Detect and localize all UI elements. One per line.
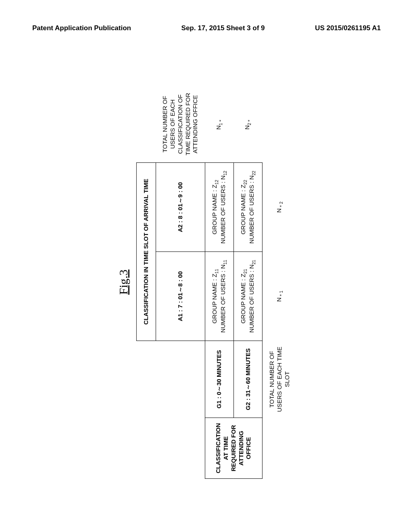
header-center: Sep. 17, 2015 Sheet 3 of 9 xyxy=(131,24,315,32)
row2-total: N2＊ xyxy=(234,86,262,163)
col1-total: N＊1 xyxy=(262,252,296,341)
cell-22: GROUP NAME : Z22 NUMBER OF USERS : N22 xyxy=(234,163,262,252)
col-a2: A2 : 8 : 01～9 : 00 xyxy=(156,163,205,252)
col-total-header: TOTAL NUMBER OF USERS OF EACH CLASSIFICA… xyxy=(156,86,205,163)
row-total-header: TOTAL NUMBER OF USERS OF EACH TIME SLOT xyxy=(262,341,296,418)
page-header: Patent Application Publication Sep. 17, … xyxy=(32,24,381,32)
rotated-figure-wrapper: Fig.3 CLASSIFICATION IN TIME SLOT OF ARR… xyxy=(117,60,296,504)
cell-11: GROUP NAME : Z11 NUMBER OF USERS : N11 xyxy=(205,252,234,341)
col2-total: N＊2 xyxy=(262,163,296,252)
header-left: Patent Application Publication xyxy=(32,24,131,32)
cell-21: GROUP NAME : Z21 NUMBER OF USERS : N21 xyxy=(234,252,262,341)
row-g1: G1 : 0～30 MINUTES xyxy=(205,341,234,418)
classification-table: CLASSIFICATION IN TIME SLOT OF ARRIVAL T… xyxy=(136,85,296,479)
figure-title: Fig.3 xyxy=(117,60,130,504)
figure-3: Fig.3 CLASSIFICATION IN TIME SLOT OF ARR… xyxy=(117,60,296,504)
row-group-header: CLASSIFICATION AT TIME REQUIRED FOR ATTE… xyxy=(205,418,263,479)
col-a1: A1 : 7 : 01～8 : 00 xyxy=(156,252,205,341)
cell-12: GROUP NAME : Z12 NUMBER OF USERS : N12 xyxy=(205,163,234,252)
header-right: US 2015/0261195 A1 xyxy=(315,24,381,32)
row-g2: G2 : 31～60 MINUTES xyxy=(234,341,262,418)
col-group-header: CLASSIFICATION IN TIME SLOT OF ARRIVAL T… xyxy=(136,163,156,341)
row1-total: N1＊ xyxy=(205,86,234,163)
